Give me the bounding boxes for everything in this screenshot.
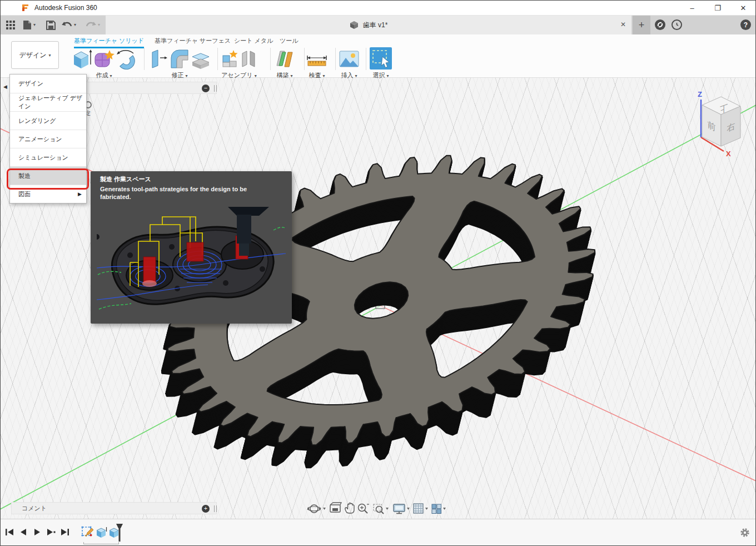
file-menu-icon[interactable] — [21, 19, 33, 31]
timeline-play-button[interactable] — [31, 526, 43, 538]
orbit-caret[interactable] — [323, 508, 326, 510]
group-construct-label[interactable]: 構築 ▾ — [276, 71, 292, 80]
group-create-label[interactable]: 作成 ▾ — [96, 71, 112, 80]
menu-item-animation[interactable]: アニメーション — [10, 130, 86, 148]
file-menu-caret[interactable]: ▾ — [33, 22, 36, 27]
timeline-go-end-button[interactable] — [59, 526, 71, 538]
group-select-label[interactable]: 選択 ▾ — [372, 71, 389, 80]
timeline-bar — [0, 519, 756, 546]
tooltip-title: 製造 作業スペース — [100, 175, 151, 183]
group-modify-label[interactable]: 修正 ▾ — [171, 71, 187, 80]
comment-expand-icon[interactable]: + — [202, 505, 210, 513]
new-tab-button[interactable]: + — [633, 16, 650, 34]
document-tab[interactable]: 歯車 v1* ✕ — [106, 16, 631, 34]
viewports-caret[interactable] — [443, 508, 446, 510]
shell-icon[interactable] — [190, 48, 211, 70]
view-cube[interactable]: Z X 上 前 右 — [698, 90, 740, 158]
create-form-icon[interactable] — [93, 48, 115, 70]
close-button[interactable]: ✕ — [730, 0, 756, 16]
document-tab-title: 歯車 v1* — [363, 21, 388, 30]
fusion-360-logo — [21, 3, 30, 12]
comment-grip-handle[interactable] — [214, 505, 217, 512]
group-insert-label[interactable]: 挿入 ▾ — [341, 71, 357, 80]
save-icon[interactable] — [44, 19, 57, 31]
display-settings-caret[interactable] — [407, 508, 410, 510]
ribbon-separator — [304, 48, 305, 70]
timeline-step-back-button[interactable] — [17, 526, 29, 538]
tab-close-icon[interactable]: ✕ — [620, 21, 626, 28]
group-insert: 挿入 ▾ — [338, 48, 360, 80]
manufacture-tooltip: 製造 作業スペース Generates tool-path strategies… — [91, 171, 292, 324]
timeline-position-marker[interactable] — [116, 524, 123, 544]
group-inspect: 検査 ▾ — [306, 48, 328, 80]
navigation-bar — [307, 502, 446, 516]
timeline-step-forward-button[interactable] — [45, 526, 57, 538]
construct-plane-icon[interactable] — [273, 48, 296, 70]
pan-icon[interactable] — [345, 503, 354, 514]
fillet-icon[interactable] — [169, 48, 190, 70]
ribbon-separator — [144, 48, 145, 70]
select-icon[interactable] — [369, 47, 392, 70]
tab-sheet-metal[interactable]: シート メタル — [234, 37, 273, 47]
tab-surface[interactable]: 基準フィーチャ サーフェス — [155, 37, 231, 47]
group-assemble: アセンブリ ▾ — [221, 48, 257, 80]
axis-z-label: Z — [698, 90, 702, 98]
job-status-icon[interactable] — [655, 19, 665, 30]
submenu-arrow-icon: ▶ — [78, 191, 82, 197]
group-modify: 修正 ▾ — [148, 48, 211, 80]
group-inspect-label[interactable]: 検査 ▾ — [309, 71, 325, 80]
cam-preview-image — [97, 202, 286, 320]
timeline-feature-extrude-1[interactable] — [95, 526, 107, 538]
joint-icon[interactable] — [240, 48, 257, 70]
workspace-selector-button[interactable]: デザイン ▾ — [11, 41, 59, 69]
group-select: 選択 ▾ — [369, 48, 392, 80]
panel-collapse-icon[interactable]: ◀ — [3, 84, 7, 90]
zoom-window-caret[interactable] — [386, 508, 389, 510]
minimize-button[interactable]: – — [679, 0, 705, 16]
tab-tools[interactable]: ツール — [280, 37, 299, 47]
orbit-icon[interactable] — [307, 505, 321, 513]
tooltip-body: Generates tool-path strategies for the d… — [100, 185, 272, 201]
timeline-settings-gear-icon[interactable] — [739, 527, 750, 540]
ribbon-separator — [366, 48, 366, 70]
grid-settings-caret[interactable] — [425, 508, 428, 510]
workspace-selector-caret: ▾ — [49, 53, 51, 58]
ribbon-separator — [335, 48, 336, 70]
tab-solid[interactable]: 基準フィーチャ ソリッド — [74, 37, 144, 48]
new-component-icon[interactable] — [221, 48, 240, 70]
recent-clock-icon[interactable] — [672, 19, 682, 30]
undo-caret[interactable]: ▾ — [74, 22, 76, 27]
timeline-feature-sketch[interactable] — [81, 526, 93, 538]
group-assemble-label[interactable]: アセンブリ ▾ — [221, 71, 256, 80]
revolve-icon[interactable] — [115, 48, 137, 70]
title-bar: Autodesk Fusion 360 – ❐ ✕ — [0, 0, 756, 16]
menu-item-rendering[interactable]: レンダリング — [10, 111, 86, 130]
timeline-go-start-button[interactable] — [3, 526, 16, 538]
grid-settings-icon[interactable] — [414, 504, 423, 513]
help-icon[interactable]: ? — [740, 19, 751, 30]
menu-item-generative-design[interactable]: ジェネレーティブ デザイン — [10, 93, 86, 111]
document-cube-icon — [350, 21, 359, 29]
app-toolbar: ▾ ▾ ▾ 歯車 v1* ✕ + ? — [0, 16, 756, 34]
comment-panel-bar[interactable]: コメント + — [11, 502, 217, 514]
insert-image-icon[interactable] — [338, 48, 360, 70]
undo-icon[interactable] — [61, 19, 73, 31]
zoom-icon[interactable] — [359, 504, 370, 514]
timeline-group-bracket — [83, 542, 119, 544]
menu-item-design[interactable]: デザイン — [10, 75, 86, 93]
zoom-window-icon[interactable] — [374, 504, 384, 514]
measure-icon[interactable] — [306, 48, 328, 70]
browser-collapse-icon[interactable]: − — [202, 85, 210, 92]
viewports-icon[interactable] — [432, 504, 441, 514]
display-settings-icon[interactable] — [394, 504, 405, 514]
look-at-icon[interactable] — [330, 503, 341, 512]
press-pull-icon[interactable] — [148, 48, 169, 70]
maximize-button[interactable]: ❐ — [705, 0, 730, 16]
redo-icon[interactable] — [84, 19, 97, 31]
menu-item-simulation[interactable]: シミュレーション — [10, 148, 86, 166]
app-grid-icon[interactable] — [4, 19, 17, 31]
window-title: Autodesk Fusion 360 — [34, 4, 97, 12]
extrude-icon[interactable] — [71, 48, 93, 70]
browser-grip-handle[interactable] — [214, 85, 217, 92]
redo-caret[interactable]: ▾ — [98, 22, 100, 27]
